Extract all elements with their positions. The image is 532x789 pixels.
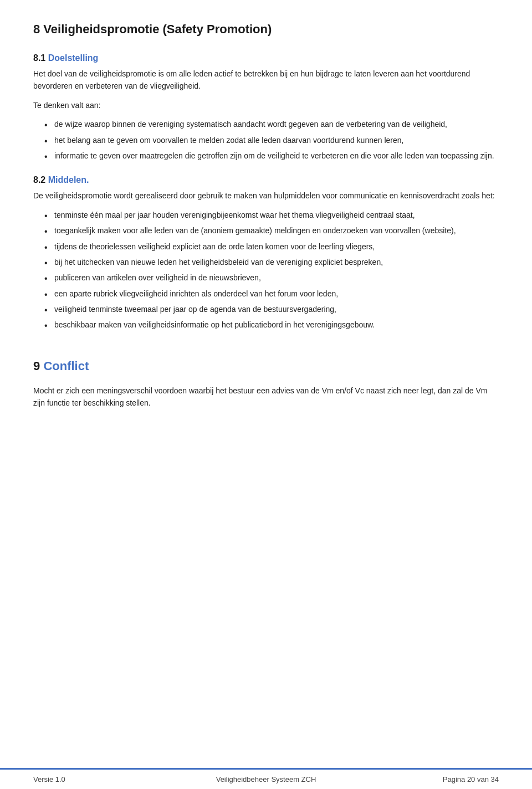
subsection-8-1: 8.1 Doelstelling Het doel van de veiligh… [33, 53, 499, 162]
bullet-item: het belang aan te geven om voorvallen te… [44, 134, 499, 146]
bullet-item: tenminste één maal per jaar houden veren… [44, 209, 499, 221]
bullet-item: beschikbaar maken van veiligheidsinforma… [44, 319, 499, 331]
section-9-heading: 9 Conflict [33, 359, 499, 373]
subsection-8-2-number: 8.2 [33, 175, 45, 185]
footer-version: Versie 1.0 [33, 775, 188, 783]
subsection-8-1-title: Doelstelling [48, 53, 99, 63]
subsection-8-2: 8.2 Middelen. De veiligheidspromotie wor… [33, 175, 499, 331]
bullet-item: informatie te geven over maatregelen die… [44, 150, 499, 162]
subsection-8-2-heading: 8.2 Middelen. [33, 175, 499, 185]
section-9-title: Conflict [43, 359, 89, 373]
section-9-block: 9 Conflict Mocht er zich een meningsvers… [33, 359, 499, 409]
bullet-item: bij het uitchecken van nieuwe leden het … [44, 256, 499, 268]
bullet-item: toegankelijk maken voor alle leden van d… [44, 224, 499, 237]
subsection-8-2-title: Middelen. [48, 175, 89, 185]
section-8-number: 8 Veiligheidspromotie (Safety Promotion) [33, 22, 272, 36]
subsection-8-2-bullets: tenminste één maal per jaar houden veren… [33, 209, 499, 331]
subsection-8-2-intro: De veiligheidspromotie wordt gerealiseer… [33, 189, 499, 202]
subsection-8-1-bullets: de wijze waarop binnen de vereniging sys… [33, 118, 499, 162]
bullet-item: veiligheid tenminste tweemaal per jaar o… [44, 303, 499, 315]
bullet-item: publiceren van artikelen over veiligheid… [44, 271, 499, 284]
page-container: 8 Veiligheidspromotie (Safety Promotion)… [0, 0, 532, 789]
bullet-item: de wijze waarop binnen de vereniging sys… [44, 118, 499, 130]
section-9-para: Mocht er zich een meningsverschil voordo… [33, 385, 499, 409]
content-area: 8 Veiligheidspromotie (Safety Promotion)… [0, 0, 532, 789]
bullet-item: een aparte rubriek vliegveiligheid inric… [44, 288, 499, 300]
page-footer: Versie 1.0 Veiligheidbeheer Systeem ZCH … [0, 768, 532, 789]
bullet-item: tijdens de theorielessen veiligheid expl… [44, 240, 499, 253]
footer-page-info: Pagina 20 van 34 [344, 775, 499, 783]
subsection-8-1-para2: Te denken valt aan: [33, 99, 499, 111]
subsection-8-1-number: 8.1 [33, 53, 45, 63]
subsection-8-1-heading: 8.1 Doelstelling [33, 53, 499, 63]
subsection-8-1-intro: Het doel van de veiligheidspromotie is o… [33, 68, 499, 93]
section-8-heading: 8 Veiligheidspromotie (Safety Promotion) [33, 22, 499, 37]
footer-center-text: Veiligheidbeheer Systeem ZCH [188, 775, 344, 783]
section-9-number: 9 [33, 359, 40, 373]
